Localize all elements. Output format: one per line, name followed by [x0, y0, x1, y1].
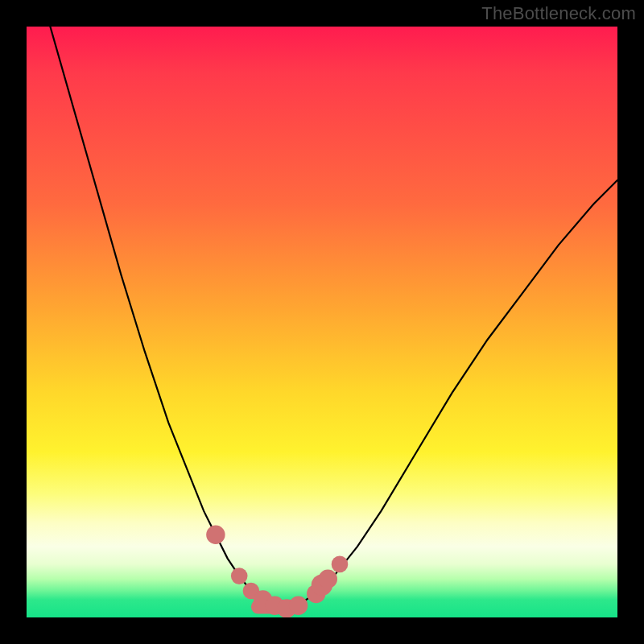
marker-point: [231, 568, 248, 584]
bottleneck-curve: [50, 27, 617, 609]
marker-group: [206, 526, 348, 618]
watermark-text: TheBottleneck.com: [481, 3, 636, 24]
plot-area: [27, 27, 617, 617]
marker-point: [206, 526, 225, 544]
marker-point: [289, 597, 308, 615]
marker-point: [319, 570, 337, 588]
chart-root: TheBottleneck.com: [0, 0, 644, 644]
marker-point: [332, 556, 349, 573]
chart-svg: [27, 27, 617, 617]
